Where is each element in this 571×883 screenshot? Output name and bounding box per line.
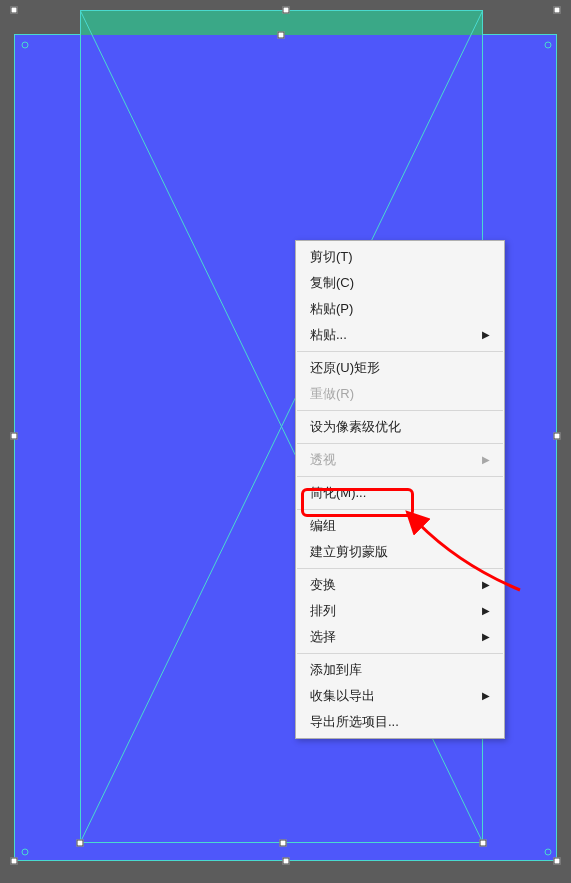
- menu-item[interactable]: 变换▶: [296, 572, 504, 598]
- menu-item[interactable]: 简化(M)...: [296, 480, 504, 506]
- menu-item-label: 复制(C): [310, 274, 354, 292]
- menu-item[interactable]: 复制(C): [296, 270, 504, 296]
- selection-handle[interactable]: [280, 840, 287, 847]
- menu-item[interactable]: 粘贴(P): [296, 296, 504, 322]
- menu-item-label: 编组: [310, 517, 336, 535]
- menu-item-label: 设为像素级优化: [310, 418, 401, 436]
- selection-handle-bl[interactable]: [11, 858, 18, 865]
- selection-handle-tr[interactable]: [554, 7, 561, 14]
- selection-handle-tl[interactable]: [11, 7, 18, 14]
- menu-separator: [297, 509, 503, 510]
- menu-item-label: 收集以导出: [310, 687, 375, 705]
- menu-item-label: 剪切(T): [310, 248, 353, 266]
- menu-item-label: 粘贴...: [310, 326, 347, 344]
- menu-item-label: 重做(R): [310, 385, 354, 403]
- menu-item-label: 选择: [310, 628, 336, 646]
- menu-item[interactable]: 建立剪切蒙版: [296, 539, 504, 565]
- menu-item-label: 添加到库: [310, 661, 362, 679]
- chevron-right-icon: ▶: [482, 326, 490, 344]
- chevron-right-icon: ▶: [482, 602, 490, 620]
- selection-handle-mr[interactable]: [554, 433, 561, 440]
- menu-item[interactable]: 添加到库: [296, 657, 504, 683]
- menu-item[interactable]: 收集以导出▶: [296, 683, 504, 709]
- menu-item[interactable]: 设为像素级优化: [296, 414, 504, 440]
- menu-separator: [297, 476, 503, 477]
- menu-separator: [297, 653, 503, 654]
- anchor-point[interactable]: [545, 849, 552, 856]
- selection-handle-tc[interactable]: [283, 7, 290, 14]
- selection-handle[interactable]: [278, 32, 285, 39]
- anchor-point[interactable]: [22, 42, 29, 49]
- selection-handle[interactable]: [480, 840, 487, 847]
- chevron-right-icon: ▶: [482, 576, 490, 594]
- menu-item-label: 导出所选项目...: [310, 713, 399, 731]
- canvas-area[interactable]: 剪切(T)复制(C)粘贴(P)粘贴...▶还原(U)矩形重做(R)设为像素级优化…: [0, 0, 571, 883]
- menu-item-label: 透视: [310, 451, 336, 469]
- menu-item-label: 简化(M)...: [310, 484, 366, 502]
- selection-handle-bc[interactable]: [283, 858, 290, 865]
- menu-item-label: 还原(U)矩形: [310, 359, 380, 377]
- menu-separator: [297, 443, 503, 444]
- menu-item[interactable]: 还原(U)矩形: [296, 355, 504, 381]
- selection-handle-br[interactable]: [554, 858, 561, 865]
- chevron-right-icon: ▶: [482, 451, 490, 469]
- selection-handle-ml[interactable]: [11, 433, 18, 440]
- menu-item[interactable]: 导出所选项目...: [296, 709, 504, 735]
- chevron-right-icon: ▶: [482, 687, 490, 705]
- menu-item[interactable]: 编组: [296, 513, 504, 539]
- menu-item-label: 排列: [310, 602, 336, 620]
- menu-item[interactable]: 粘贴...▶: [296, 322, 504, 348]
- menu-item-label: 变换: [310, 576, 336, 594]
- menu-separator: [297, 351, 503, 352]
- menu-separator: [297, 568, 503, 569]
- anchor-point[interactable]: [545, 42, 552, 49]
- menu-item-label: 粘贴(P): [310, 300, 353, 318]
- menu-item: 重做(R): [296, 381, 504, 407]
- selection-handle[interactable]: [77, 840, 84, 847]
- menu-item-label: 建立剪切蒙版: [310, 543, 388, 561]
- menu-item: 透视▶: [296, 447, 504, 473]
- menu-item[interactable]: 剪切(T): [296, 244, 504, 270]
- chevron-right-icon: ▶: [482, 628, 490, 646]
- menu-separator: [297, 410, 503, 411]
- menu-item[interactable]: 排列▶: [296, 598, 504, 624]
- context-menu: 剪切(T)复制(C)粘贴(P)粘贴...▶还原(U)矩形重做(R)设为像素级优化…: [295, 240, 505, 739]
- anchor-point[interactable]: [22, 849, 29, 856]
- menu-item[interactable]: 选择▶: [296, 624, 504, 650]
